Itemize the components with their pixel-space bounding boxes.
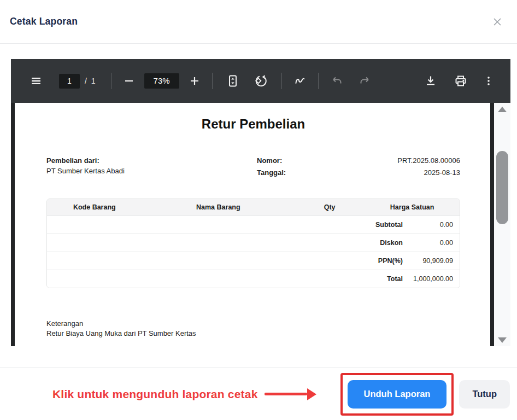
notes-label: Keterangan bbox=[46, 319, 460, 329]
table-row: Total 1,000,000.00 bbox=[47, 270, 460, 288]
scroll-down-icon[interactable] bbox=[498, 337, 507, 343]
pdf-page: Retur Pembelian Pembelian dari: PT Sumbe… bbox=[15, 103, 490, 346]
summary-value: 90,909.09 bbox=[403, 257, 453, 265]
modal-header: Cetak Laporan bbox=[0, 0, 517, 44]
summary-label: Total bbox=[387, 275, 403, 283]
toolbar-divider bbox=[281, 73, 282, 89]
modal-title: Cetak Laporan bbox=[10, 16, 78, 27]
download-report-button[interactable]: Unduh Laporan bbox=[348, 380, 447, 409]
summary-label: Diskon bbox=[380, 239, 403, 247]
annotation-text: Klik untuk mengunduh laporan cetak bbox=[52, 388, 258, 401]
date-label: Tanggal: bbox=[257, 168, 286, 177]
toolbar-divider bbox=[212, 73, 213, 89]
supplier-label: Pembelian dari: bbox=[46, 156, 125, 165]
redo-icon bbox=[358, 74, 371, 88]
toolbar-divider bbox=[111, 73, 111, 89]
table-row: Diskon 0.00 bbox=[47, 234, 460, 252]
pdf-scrollbar[interactable] bbox=[494, 103, 510, 346]
table-row: Subtotal 0.00 bbox=[47, 215, 460, 234]
zoom-in-icon[interactable] bbox=[188, 74, 201, 88]
summary-value: 0.00 bbox=[403, 239, 453, 247]
more-options-icon[interactable] bbox=[482, 74, 495, 88]
annotate-icon[interactable] bbox=[293, 74, 307, 88]
items-table: Kode Barang Nama Barang Qty Harga Satuan… bbox=[46, 199, 460, 288]
document-info: Pembelian dari: PT Sumber Kertas Abadi N… bbox=[46, 156, 460, 180]
supplier-name: PT Sumber Kertas Abadi bbox=[46, 167, 125, 175]
download-icon[interactable] bbox=[424, 74, 437, 88]
fit-page-icon[interactable] bbox=[226, 74, 240, 88]
page-number-input[interactable]: 1 bbox=[59, 74, 80, 89]
menu-icon[interactable] bbox=[30, 74, 43, 88]
table-row: PPN(%) 90,909.09 bbox=[47, 252, 460, 270]
summary-value: 1,000,000.00 bbox=[403, 275, 453, 283]
close-icon[interactable] bbox=[490, 14, 505, 30]
close-button[interactable]: Tutup bbox=[459, 380, 510, 409]
pdf-canvas: Retur Pembelian Pembelian dari: PT Sumbe… bbox=[11, 103, 494, 346]
column-header: Nama Barang bbox=[142, 203, 295, 211]
document-title: Retur Pembelian bbox=[46, 116, 460, 132]
toolbar-divider bbox=[318, 73, 319, 89]
pdf-toolbar: 1 / 1 73% bbox=[11, 59, 510, 103]
summary-label: PPN(%) bbox=[378, 257, 403, 265]
scrollbar-thumb[interactable] bbox=[496, 151, 508, 224]
summary-value: 0.00 bbox=[403, 221, 453, 229]
page-count-label: / 1 bbox=[85, 77, 97, 85]
scroll-up-icon[interactable] bbox=[498, 107, 507, 112]
date-value: 2025-08-13 bbox=[424, 168, 461, 177]
column-header: Qty bbox=[295, 203, 365, 211]
print-icon[interactable] bbox=[454, 74, 468, 88]
highlight-box: Unduh Laporan bbox=[340, 373, 454, 416]
column-header: Kode Barang bbox=[47, 203, 142, 211]
number-label: Nomor: bbox=[257, 156, 282, 165]
notes-value: Retur Biaya Uang Muka dari PT Sumber Ker… bbox=[46, 329, 460, 339]
annotation-arrow-icon bbox=[265, 388, 316, 400]
pdf-viewer: 1 / 1 73% bbox=[11, 59, 510, 346]
table-header-row: Kode Barang Nama Barang Qty Harga Satuan bbox=[47, 199, 460, 215]
zoom-level-input[interactable]: 73% bbox=[144, 73, 179, 89]
undo-icon bbox=[331, 74, 344, 88]
modal-footer: Klik untuk mengunduh laporan cetak Unduh… bbox=[0, 368, 517, 420]
notes-section: Keterangan Retur Biaya Uang Muka dari PT… bbox=[46, 319, 460, 339]
number-value: PRT.2025.08.00006 bbox=[397, 156, 460, 165]
annotation: Klik untuk mengunduh laporan cetak bbox=[52, 388, 316, 401]
summary-label: Subtotal bbox=[375, 221, 403, 229]
column-header: Harga Satuan bbox=[365, 203, 460, 211]
rotate-icon[interactable] bbox=[254, 74, 268, 88]
zoom-out-icon[interactable] bbox=[122, 74, 136, 88]
